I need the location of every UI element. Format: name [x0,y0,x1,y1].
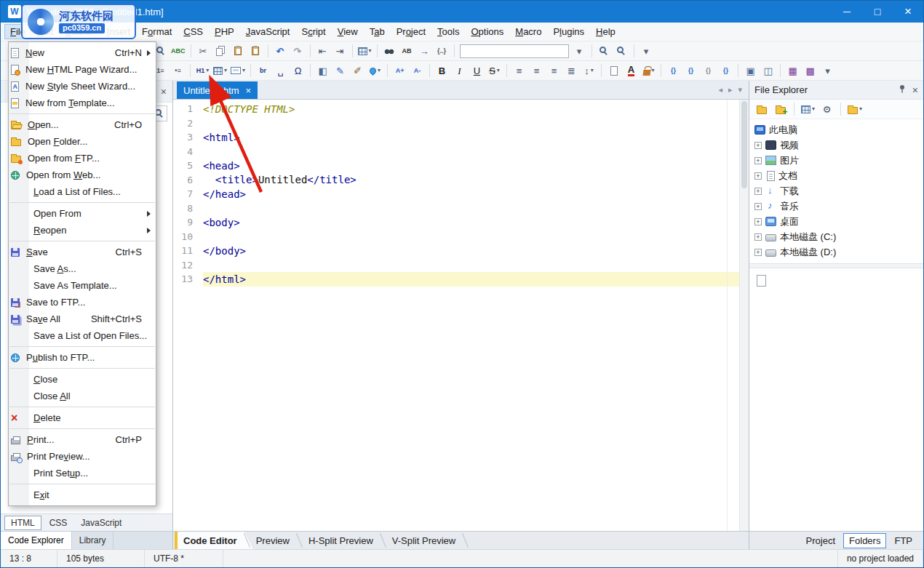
close-button[interactable]: × [893,1,923,23]
tab-list-icon[interactable]: ▾ [738,85,742,95]
menu-item-close-all[interactable]: Close All [9,388,156,404]
pin-icon[interactable] [898,84,907,95]
file-icon[interactable] [757,275,766,287]
menu-item-print[interactable]: Print...Ctrl+P [9,431,156,448]
indent-icon[interactable]: ⇥ [332,43,349,59]
line-spacing-icon[interactable]: ↕▾ [581,63,597,79]
menubar-script[interactable]: Script [295,24,331,39]
code-editor[interactable]: 1<!DOCTYPE HTML>23<html>45<head>6 <title… [173,100,749,531]
increase-font-size-icon[interactable]: A+ [391,63,408,79]
menu-item-new-from-template[interactable]: New from Template... [9,95,156,111]
menubar-tools[interactable]: Tools [431,24,465,39]
code-line[interactable]: 13</html> [173,272,739,287]
menubar-project[interactable]: Project [391,24,431,39]
code-line[interactable]: 9<body> [173,215,739,230]
tree-item-item[interactable]: +文档 [749,168,923,183]
code-line[interactable]: 11</body> [173,244,739,258]
frameset-icon[interactable]: ▣ [742,63,759,79]
menu-item-open-from[interactable]: Open From [9,205,156,222]
menubar-php[interactable]: PHP [209,24,240,39]
code-line[interactable]: 5<head> [173,159,739,173]
insert-form-icon[interactable]: ▾ [229,63,247,79]
find-next-icon[interactable] [596,43,613,59]
menu-item-print-preview[interactable]: Print Preview... [9,448,156,465]
file-explorer-close-icon[interactable]: × [912,85,918,95]
view-tab-preview[interactable]: Preview [247,532,306,549]
code-line[interactable]: 3<html> [173,130,739,145]
code-line[interactable]: 12 [173,258,739,273]
code-explorer-close-icon[interactable]: × [161,87,167,97]
expand-icon[interactable]: + [754,203,762,210]
menu-item-open-from-web[interactable]: Open from Web... [9,167,156,183]
code-line[interactable]: 2 [173,116,739,131]
tree-item-item[interactable]: +音乐 [749,199,923,214]
menubar-css[interactable]: CSS [178,24,209,39]
doc-tab-javascript[interactable]: JavaScript [75,516,127,529]
font-color-icon[interactable]: A [623,63,640,79]
explorer-tab-project[interactable]: Project [800,533,841,548]
cut-icon[interactable]: ✂ [195,43,212,59]
template-grid-icon[interactable]: ▦ [784,63,801,79]
align-justify-icon[interactable]: ≣ [563,63,580,79]
tree-item-item[interactable]: +桌面 [749,214,923,229]
line-break-icon[interactable]: br [255,63,271,79]
expand-icon[interactable]: + [754,157,762,164]
table-view-icon[interactable]: ▾ [357,43,373,59]
menubar-javascript[interactable]: JavaScript [240,24,296,39]
menubar-options[interactable]: Options [465,24,509,39]
insert-curly-braces-icon[interactable]: {} [665,63,682,79]
tree-item-item[interactable]: +下载 [749,183,923,199]
insert-table-icon[interactable]: ▾ [212,63,228,79]
decrease-font-size-icon[interactable]: A- [409,63,426,79]
view-tab-code-editor[interactable]: Code Editor [175,532,253,549]
menu-item-new[interactable]: NewCtrl+N [9,44,156,61]
document-properties-icon[interactable] [605,63,622,79]
paste-special-icon[interactable] [247,43,264,59]
menu-item-new-html-page-wizard[interactable]: New HTML Page Wizard... [9,61,156,78]
code-line[interactable]: 7</head> [173,187,739,201]
expand-icon[interactable]: + [754,218,762,225]
unindent-icon[interactable]: ⇤ [314,43,331,59]
align-center-icon[interactable]: ≡ [528,63,545,79]
code-line[interactable]: 1<!DOCTYPE HTML> [173,102,739,116]
quick-search-input[interactable] [460,44,569,58]
find-in-files-icon[interactable] [381,43,398,59]
scroll-tabs-left-icon[interactable]: ◂ [718,85,722,95]
find-previous-icon[interactable] [613,43,630,59]
copy-icon[interactable] [212,43,229,59]
menubar-tab[interactable]: Tab [364,24,391,39]
expand-icon[interactable]: + [754,142,762,149]
expand-icon[interactable]: + [754,172,762,180]
menu-item-open-folder[interactable]: Open Folder... [9,133,156,150]
menu-item-open-from-ftp[interactable]: Open from FTP... [9,150,156,167]
align-left-icon[interactable]: ≡ [511,63,527,79]
menu-item-reopen[interactable]: Reopen [9,222,156,239]
tree-splitter[interactable] [749,263,923,268]
menu-item-close[interactable]: Close [9,371,156,388]
menu-item-save-to-ftp[interactable]: Save to FTP... [9,294,156,311]
view-tab-v-split-preview[interactable]: V-Split Preview [383,532,471,549]
menu-item-delete[interactable]: Delete [9,409,156,426]
format-css-icon[interactable]: {} [717,63,734,79]
new-folder-icon[interactable] [772,101,789,117]
view-tab-h-split-preview[interactable]: H-Split Preview [300,532,389,549]
redo-icon[interactable]: ↷ [290,43,306,59]
non-breaking-space-icon[interactable]: ␣ [272,63,289,79]
code-line[interactable]: 6 <title>Untitled</title> [173,173,739,188]
tab-close-icon[interactable]: × [246,86,252,95]
menu-item-open[interactable]: Open...Ctrl+O [9,116,156,133]
split-frame-icon[interactable]: ◫ [760,63,776,79]
expand-icon[interactable]: + [754,188,762,195]
menu-item-save-as[interactable]: Save As... [9,260,156,277]
maximize-button[interactable]: □ [862,1,893,23]
folder-up-icon[interactable] [753,101,770,117]
select-folder-icon[interactable]: ▾ [846,101,864,117]
div-layer-icon[interactable]: ◧ [314,63,331,79]
align-right-icon[interactable]: ≡ [546,63,562,79]
expand-icon[interactable]: + [754,249,762,256]
panel-tab-code-explorer[interactable]: Code Explorer [1,532,72,549]
tree-item-item[interactable]: 此电脑 [749,122,923,137]
tree-item-item[interactable]: +视频 [749,137,923,153]
menubar-help[interactable]: Help [590,24,621,39]
insert-style-block-icon[interactable]: {} [682,63,699,79]
